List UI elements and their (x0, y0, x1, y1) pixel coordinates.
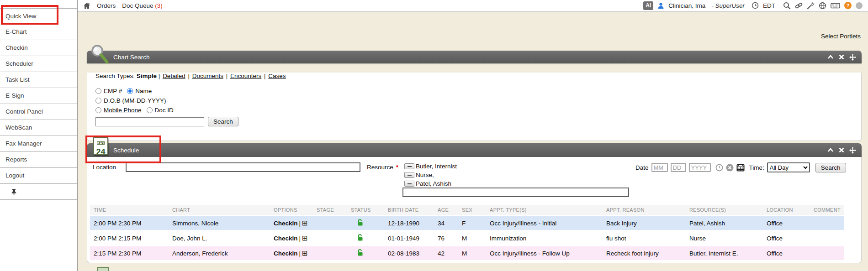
sidebar-item-e-chart[interactable]: E-Chart (0, 24, 77, 40)
cell-stage (313, 246, 347, 260)
radio-name[interactable] (127, 88, 133, 94)
radio-dob[interactable] (95, 98, 101, 104)
column-stage: STAGE (313, 205, 347, 215)
options-cell-proto: Checkin|⊞ (274, 220, 308, 227)
cell-status (347, 216, 384, 230)
checkin-link[interactable]: Checkin (274, 220, 298, 227)
time-clock-icon[interactable] (715, 164, 723, 172)
select-portlets-link[interactable]: Select Portlets (821, 33, 861, 40)
sidebar-item-reports[interactable]: Reports (0, 152, 77, 168)
schedule-search-button[interactable]: Search (815, 163, 846, 172)
checkin-link[interactable]: Checkin (274, 250, 298, 257)
sidebar-item-scheduler[interactable]: Scheduler (0, 56, 77, 72)
search-type-simple: Simple (137, 73, 157, 79)
time-select[interactable]: All Day (767, 162, 810, 172)
resource-checkbox[interactable] (404, 181, 414, 187)
cell-sex: F (458, 216, 486, 230)
search-type-encounters[interactable]: Encounters (230, 73, 261, 79)
search-type-documents[interactable]: Documents (192, 73, 223, 79)
globe-icon[interactable] (819, 2, 826, 10)
close-icon[interactable] (839, 147, 844, 153)
timezone-label: EDT (763, 2, 775, 9)
cell-time: 2:00 PM 2:15 PM (90, 231, 169, 245)
column-age: AGE (434, 205, 458, 215)
sidebar-item-quick-view[interactable]: Quick View (0, 8, 77, 24)
sidebar-item-task-list[interactable]: Task List (0, 72, 77, 88)
sidebar-item-pin[interactable] (0, 184, 77, 200)
date-day-input[interactable] (671, 163, 686, 172)
search-type-detailed[interactable]: Detailed (163, 73, 185, 79)
collapse-icon[interactable] (827, 147, 834, 153)
user-role: - SuperUser (711, 2, 745, 9)
expand-appointment-icon[interactable]: ⊞ (302, 234, 308, 242)
cell-appt-reason: Back Injury (603, 216, 686, 230)
radio-doc-id[interactable] (147, 107, 153, 113)
cell-sex: M (458, 246, 486, 260)
date-year-input[interactable] (689, 163, 711, 172)
search-types-row: Search Types: Simple | Detailed | Docume… (95, 73, 861, 79)
status-unlocked-icon[interactable] (356, 249, 364, 256)
cell-location: Office (763, 216, 810, 230)
column-sex: SEX (458, 205, 486, 215)
clear-date-icon[interactable] (726, 164, 734, 172)
cell-age: 42 (434, 246, 458, 260)
chart-search-button[interactable]: Search (208, 117, 238, 126)
close-icon[interactable] (839, 54, 844, 60)
status-unlocked-icon[interactable] (356, 234, 364, 241)
home-icon[interactable] (83, 2, 90, 9)
radio-mobile-phone[interactable] (95, 107, 101, 113)
sidebar-item-checkin[interactable]: Checkin (0, 40, 77, 56)
table-header-row: TIMECHARTOPTIONSSTAGESTATUSBIRTH DATEAGE… (90, 205, 844, 215)
schedule-calendar-icon: MAY 24 (93, 137, 108, 155)
cell-birth-date: 12-18-1990 (384, 216, 434, 230)
chart-search-input[interactable] (95, 117, 204, 126)
location-input[interactable] (126, 162, 360, 172)
move-icon[interactable] (849, 54, 856, 61)
search-criteria-radios: EMP # Name D.O.B (MM-DD-YYYY) Mobile Pho… (95, 86, 861, 115)
presence-indicator[interactable] (856, 2, 863, 9)
resource-checkbox[interactable] (404, 163, 414, 169)
required-asterisk: * (396, 164, 398, 171)
sidebar-item-e-sign[interactable]: E-Sign (0, 88, 77, 104)
search-type-cases[interactable]: Cases (268, 73, 286, 79)
sidebar-item-webscan[interactable]: WebScan (0, 120, 77, 136)
sidebar-item-control-panel[interactable]: Control Panel (0, 104, 77, 120)
options-cell-proto: Checkin|⊞ (274, 250, 308, 257)
pin-icon (11, 188, 17, 195)
move-icon[interactable] (849, 147, 856, 154)
resource-checkbox[interactable] (404, 172, 414, 178)
calendar-picker-icon[interactable] (736, 163, 745, 172)
resource-label-text: Resource (367, 164, 393, 171)
user-icon (657, 2, 664, 9)
cell-appt-type: Occ Injury/Illness - Follow Up (486, 246, 603, 260)
help-icon[interactable]: ? (844, 2, 852, 9)
collapse-icon[interactable] (827, 54, 834, 60)
checkin-link[interactable]: Checkin (274, 235, 298, 242)
time-label: Time: (749, 164, 764, 171)
column-location: LOCATION (763, 205, 810, 215)
app-screen: Quick ViewE-ChartCheckinSchedulerTask Li… (0, 0, 868, 271)
radio-emp[interactable] (95, 88, 101, 94)
cell-resources: Patel, Ashish (686, 216, 763, 230)
calendar-month: MAY (97, 141, 105, 145)
cell-appt-type: Immunization (486, 231, 603, 245)
expand-appointment-icon[interactable]: ⊞ (302, 219, 308, 227)
cell-options: Checkin|⊞ (270, 231, 313, 245)
separator: | (299, 235, 301, 242)
ai-badge[interactable]: AI (643, 1, 653, 10)
resource-row-nurse: Nurse, (404, 171, 457, 179)
search-icon[interactable] (783, 2, 791, 10)
keyboard-icon[interactable] (831, 2, 840, 9)
status-unlocked-icon[interactable] (356, 219, 364, 226)
date-month-input[interactable] (651, 163, 668, 172)
cell-age: 34 (434, 216, 458, 230)
sidebar-item-logout[interactable]: Logout (0, 168, 77, 184)
link-icon[interactable] (795, 2, 803, 10)
resource-filter-input[interactable] (402, 188, 629, 197)
nav-orders[interactable]: Orders (97, 2, 116, 9)
cell-options: Checkin|⊞ (270, 216, 313, 230)
expand-appointment-icon[interactable]: ⊞ (302, 249, 308, 257)
nav-doc-queue[interactable]: Doc Queue (3) (122, 2, 163, 9)
sidebar-item-fax-manager[interactable]: Fax Manager (0, 136, 77, 152)
wand-icon[interactable] (807, 2, 815, 10)
